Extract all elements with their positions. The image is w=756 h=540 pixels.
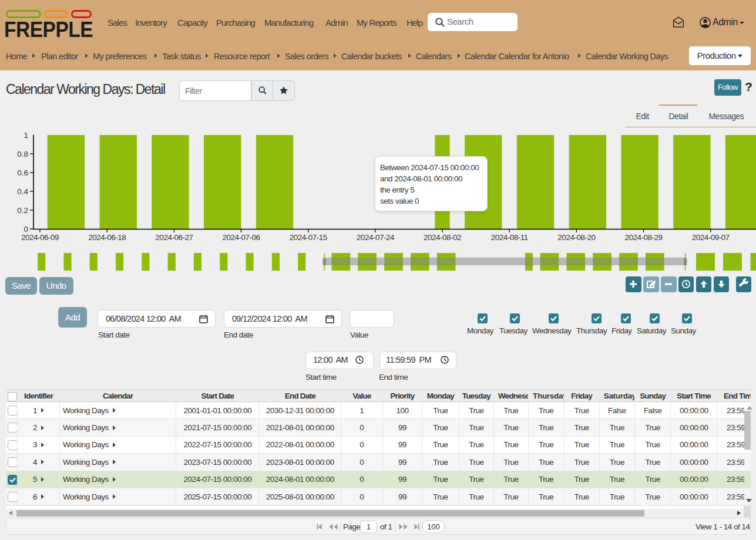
svg-text:2024-08-29: 2024-08-29 (624, 233, 662, 242)
svg-text:0.2: 0.2 (17, 206, 28, 215)
svg-text:1: 1 (23, 131, 28, 140)
svg-text:2024-07-24: 2024-07-24 (357, 233, 395, 242)
svg-text:0: 0 (23, 225, 28, 234)
svg-text:0.6: 0.6 (17, 168, 28, 177)
svg-text:0.4: 0.4 (17, 187, 28, 196)
svg-text:2024-08-11: 2024-08-11 (491, 233, 528, 242)
svg-text:0.8: 0.8 (17, 150, 28, 158)
svg-text:2024-08-20: 2024-08-20 (557, 233, 595, 242)
svg-text:2024-09-07: 2024-09-07 (692, 233, 730, 242)
svg-text:2024-06-27: 2024-06-27 (155, 233, 193, 242)
svg-text:2024-06-09: 2024-06-09 (21, 233, 59, 242)
svg-text:2024-08-02: 2024-08-02 (424, 233, 461, 242)
svg-text:2024-07-06: 2024-07-06 (222, 233, 260, 242)
svg-text:2024-07-15: 2024-07-15 (290, 233, 327, 242)
svg-text:2024-06-18: 2024-06-18 (88, 233, 126, 242)
